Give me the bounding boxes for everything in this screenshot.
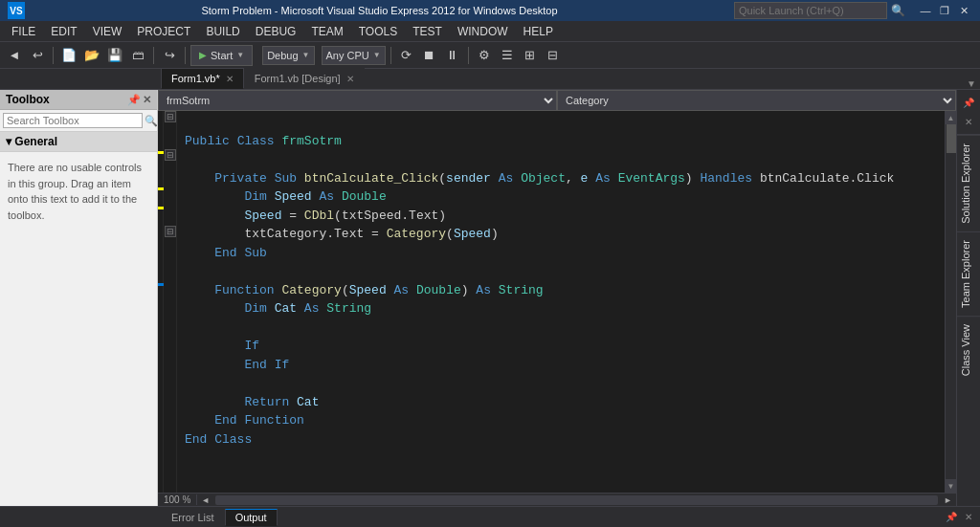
toolbox-close-button[interactable]: ✕ [143, 94, 151, 106]
menu-test[interactable]: TEST [405, 23, 450, 40]
menu-edit[interactable]: EDIT [43, 23, 84, 40]
doc-tab-form1design-close[interactable]: ✕ [346, 74, 354, 84]
output-pin-button[interactable]: 📌 [944, 510, 959, 525]
vertical-scrollbar[interactable]: ▲ ▼ [945, 111, 956, 493]
toolbox-header: Toolbox 📌 ✕ [0, 90, 157, 110]
menu-window[interactable]: WINDOW [450, 23, 516, 40]
quick-launch-input[interactable] [734, 2, 887, 19]
toolbar-btn-11[interactable]: ⊟ [543, 45, 564, 66]
start-label: Start [211, 50, 233, 61]
toolbar-separator-2 [153, 47, 154, 64]
toolbox-general-label: ▾ General [6, 135, 57, 148]
open-button[interactable]: 📂 [81, 45, 102, 66]
horizontal-scrollbar-track[interactable] [215, 495, 938, 505]
toolbar-separator-3 [185, 47, 186, 64]
scroll-left-button[interactable]: ◄ [197, 495, 213, 505]
editor-nav: frmSotrm Category [158, 90, 956, 111]
toolbar-separator-1 [53, 47, 54, 64]
tab-dropdown-arrow[interactable]: ▼ [963, 78, 980, 89]
toolbar: ◄ ↩ 📄 📂 💾 🗃 ↪ ▶ Start ▼ Debug ▼ Any CPU … [0, 42, 980, 69]
search-icon: 🔍 [891, 4, 905, 17]
back-button[interactable]: ◄ [4, 45, 25, 66]
side-tabs-right: 📌 ✕ Solution Explorer Team Explorer Clas… [956, 90, 980, 506]
collapse-class-button[interactable]: ⊟ [165, 111, 176, 122]
collapse-func-button[interactable]: ⊟ [165, 226, 176, 237]
toolbar-btn-7[interactable]: ⏸ [442, 45, 463, 66]
menu-build[interactable]: BUILD [198, 23, 247, 40]
doc-tab-form1vb-label: Form1.vb* [171, 73, 220, 84]
doc-tab-form1vb-close[interactable]: ✕ [226, 74, 234, 84]
output-tab[interactable]: Output [225, 509, 278, 526]
start-button[interactable]: ▶ Start ▼ [190, 45, 253, 66]
scroll-right-button[interactable]: ► [940, 495, 956, 505]
toolbox-title: Toolbox [6, 93, 50, 106]
menu-debug[interactable]: DEBUG [248, 23, 304, 40]
title-controls: — ❐ ✕ [917, 3, 972, 18]
toolbox-pin-button[interactable]: 📌 [127, 94, 141, 106]
undo-button[interactable]: ↩ [27, 45, 48, 66]
toolbox-empty-message: There are no usable controls in this gro… [0, 152, 157, 231]
menu-bar: FILE EDIT VIEW PROJECT BUILD DEBUG TEAM … [0, 21, 980, 42]
menu-tools[interactable]: TOOLS [351, 23, 405, 40]
main-layout: Toolbox 📌 ✕ 🔍 ▾ General There are no usa… [0, 90, 980, 506]
zoom-value[interactable]: 100 % [158, 494, 197, 505]
toolbar-separator-5 [468, 47, 469, 64]
toolbox-general-header[interactable]: ▾ General [0, 132, 157, 152]
new-project-button[interactable]: 📄 [58, 45, 79, 66]
doc-tab-form1design-label: Form1.vb [Design] [255, 73, 341, 84]
toolbar-btn-5[interactable]: ⟳ [396, 45, 417, 66]
solution-explorer-tab[interactable]: Solution Explorer [957, 135, 980, 231]
start-dropdown-arrow[interactable]: ▼ [236, 51, 244, 59]
toolbox-search-input[interactable] [3, 113, 143, 128]
restore-button[interactable]: ❐ [936, 3, 953, 18]
properties-close-button[interactable]: ✕ [960, 113, 977, 130]
collapse-sub-button[interactable]: ⊟ [165, 149, 176, 161]
scrollbar-thumb[interactable] [947, 124, 956, 153]
properties-pin-button[interactable]: 📌 [960, 94, 977, 111]
toolbar-btn-10[interactable]: ⊞ [520, 45, 541, 66]
output-panel: Error List Output 📌 ✕ [0, 506, 980, 527]
toolbar-btn-6[interactable]: ⏹ [419, 45, 440, 66]
toolbox-search-area: 🔍 [0, 110, 157, 132]
team-explorer-tab[interactable]: Team Explorer [957, 231, 980, 316]
debug-config-dropdown[interactable]: Debug ▼ [262, 46, 314, 65]
code-display[interactable]: Public Class frmSotrm Private Sub btnCal… [177, 111, 945, 493]
toolbox-search-icon: 🔍 [145, 115, 158, 127]
output-panel-controls: 📌 ✕ [944, 510, 980, 525]
scroll-up-button[interactable]: ▲ [946, 111, 956, 124]
menu-file[interactable]: FILE [4, 23, 43, 40]
output-tabs-bar: Error List Output 📌 ✕ [0, 507, 980, 527]
doc-tab-form1design[interactable]: Form1.vb [Design] ✕ [244, 68, 365, 89]
toolbar-btn-8[interactable]: ⚙ [474, 45, 495, 66]
toolbar-btn-9[interactable]: ☰ [497, 45, 518, 66]
zoom-scrollbar-row: 100 % ◄ ► [158, 493, 956, 506]
vs-logo: VS [8, 2, 25, 19]
doc-tab-form1vb[interactable]: Form1.vb* ✕ [161, 68, 244, 89]
debug-config-label: Debug [267, 50, 298, 61]
error-list-tab[interactable]: Error List [161, 509, 225, 526]
output-close-button[interactable]: ✕ [961, 510, 976, 525]
code-editor-area: ⊟ ⊟ ⊟ Public Class frmSotrm Private Sub … [158, 111, 956, 493]
save-button[interactable]: 💾 [104, 45, 125, 66]
scroll-down-button[interactable]: ▼ [946, 479, 956, 493]
redo-button[interactable]: ↪ [159, 45, 180, 66]
cpu-config-label: Any CPU [326, 50, 369, 61]
title-bar: VS Storm Problem - Microsoft Visual Stud… [0, 0, 980, 21]
doc-tabs: Form1.vb* ✕ Form1.vb [Design] ✕ ▼ [0, 69, 980, 90]
save-all-button[interactable]: 🗃 [127, 45, 148, 66]
cpu-config-arrow: ▼ [373, 51, 381, 59]
cpu-config-dropdown[interactable]: Any CPU ▼ [322, 46, 386, 65]
class-dropdown[interactable]: frmSotrm [158, 90, 557, 111]
menu-project[interactable]: PROJECT [129, 23, 198, 40]
class-view-tab[interactable]: Class View [957, 316, 980, 384]
properties-controls: 📌 ✕ [957, 90, 980, 135]
minimize-button[interactable]: — [917, 3, 934, 18]
method-dropdown[interactable]: Category [557, 90, 956, 111]
menu-view[interactable]: VIEW [85, 23, 130, 40]
collapse-gutter: ⊟ ⊟ ⊟ [164, 111, 177, 493]
scrollbar-track[interactable] [946, 124, 956, 479]
close-button[interactable]: ✕ [955, 3, 972, 18]
menu-help[interactable]: HELP [516, 23, 561, 40]
toolbox-header-controls: 📌 ✕ [127, 94, 151, 106]
menu-team[interactable]: TEAM [303, 23, 350, 40]
